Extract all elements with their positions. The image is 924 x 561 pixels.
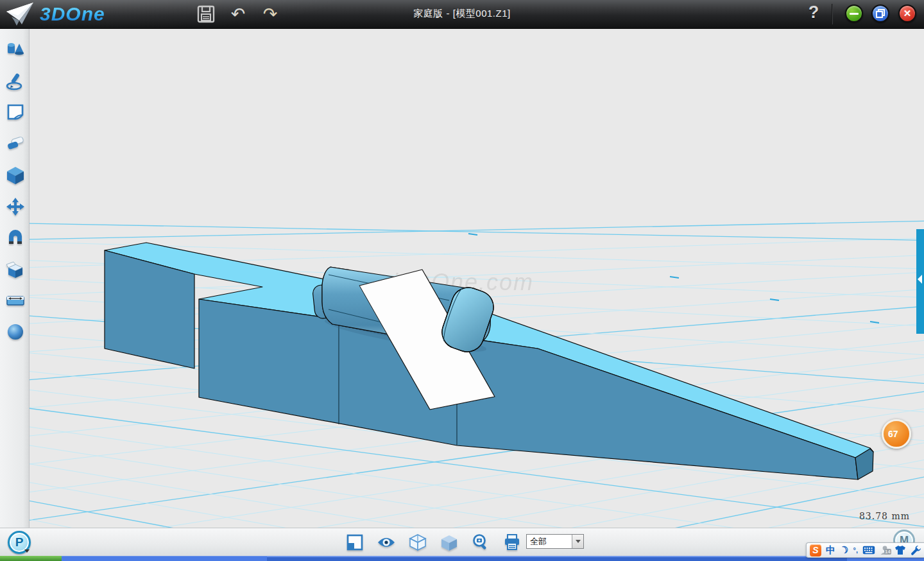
moon-icon: ☽ — [839, 543, 850, 557]
ime-fullhalf-toggle[interactable]: ☽ — [838, 542, 850, 557]
shaded-cube-icon — [440, 533, 458, 551]
modeling-viewport[interactable]: i3DOne.com — [30, 29, 924, 528]
minimize-icon — [850, 13, 859, 15]
material-sphere-icon[interactable] — [4, 321, 26, 343]
zoom-snapshot-button[interactable] — [470, 531, 491, 553]
restore-icon — [876, 9, 885, 18]
badge-count: 67 — [888, 429, 898, 439]
wireframe-cube-icon — [409, 533, 427, 551]
shaded-view-button[interactable] — [438, 531, 459, 553]
ime-toolbar: S 中 ☽ °, 14 — [806, 542, 924, 558]
punctuation-icon: °, — [853, 546, 858, 554]
left-toolbar — [0, 29, 30, 528]
chevron-down-icon — [576, 540, 581, 543]
ime-punctuation-toggle[interactable]: °, — [853, 544, 858, 557]
ime-language-toggle[interactable]: 中 — [826, 544, 835, 557]
title-bar: 3DOne ↶ ↷ 家庭版 - [模型001.Z1] ? — [0, 0, 924, 29]
view-corner-button[interactable] — [344, 531, 365, 553]
display-filter-select[interactable]: 全部 — [526, 534, 584, 549]
bottom-toolbar: P — [0, 528, 924, 556]
combo-arrow-button[interactable] — [572, 535, 583, 548]
keyboard-icon — [862, 546, 875, 555]
notification-badge[interactable]: 67 — [882, 419, 911, 449]
wrench-icon — [911, 545, 921, 556]
eye-icon — [377, 536, 396, 549]
minimize-button[interactable] — [845, 4, 863, 22]
restore-button[interactable] — [871, 4, 889, 22]
close-button[interactable]: ✕ — [898, 4, 916, 22]
visibility-button[interactable] — [375, 531, 397, 553]
solid-primitives-icon[interactable] — [4, 39, 26, 60]
display-filter-value: 全部 — [527, 536, 572, 548]
ime-softkeyboard-button[interactable] — [862, 544, 875, 557]
sketch-plane-icon[interactable] — [4, 101, 26, 123]
ime-account-button[interactable]: 14 — [880, 544, 890, 557]
taskbar-edge — [0, 556, 924, 561]
model-front-face — [199, 299, 858, 479]
combine-box-icon[interactable] — [4, 259, 26, 280]
language-mode-label: 中 — [826, 544, 835, 557]
side-panel-tab[interactable] — [916, 229, 924, 334]
sketch-draw-icon[interactable] — [4, 70, 26, 92]
measure-ruler-icon[interactable] — [4, 289, 26, 311]
move-tool-icon[interactable] — [4, 196, 26, 218]
close-icon: ✕ — [903, 8, 912, 19]
window-title: 家庭版 - [模型001.Z1] — [0, 8, 924, 20]
zoom-snapshot-icon — [472, 533, 490, 551]
ime-settings-button[interactable] — [911, 544, 921, 557]
help-button[interactable]: ? — [805, 3, 822, 26]
scale-indicator: 83.78 mm — [859, 511, 910, 521]
print-button[interactable] — [501, 531, 522, 553]
user-count-badge: 14 — [884, 549, 891, 555]
sweep-tool-icon[interactable] — [4, 133, 26, 155]
titlebar-divider — [832, 4, 833, 24]
assembly-magnet-icon[interactable] — [4, 227, 26, 249]
tshirt-icon — [894, 545, 906, 555]
view-corner-icon — [346, 534, 363, 551]
ime-logo-icon: S — [812, 545, 818, 555]
printer-icon — [503, 533, 521, 551]
start-button-edge[interactable] — [0, 556, 62, 561]
application-window: 3DOne ↶ ↷ 家庭版 - [模型001.Z1] ? — [0, 0, 924, 561]
profile-badge-letter: P — [15, 535, 24, 549]
profile-dropdown-arrow[interactable] — [24, 549, 30, 553]
ime-logo-button[interactable]: S — [810, 544, 821, 557]
wireframe-view-button[interactable] — [407, 531, 428, 553]
ime-skin-button[interactable] — [894, 544, 906, 557]
feature-cube-icon[interactable] — [4, 164, 26, 186]
scene-canvas: i3DOne.com — [30, 29, 924, 528]
